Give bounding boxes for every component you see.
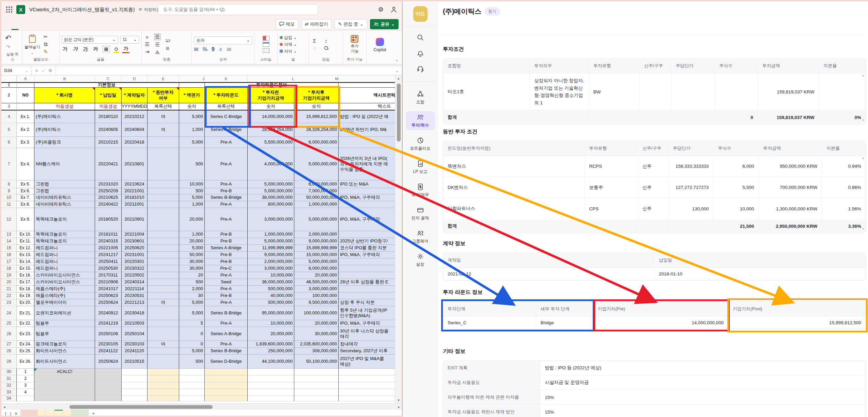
sidebar-item-lp-report[interactable]: LP 보고 — [406, 158, 435, 177]
cell[interactable]: 20230418 — [122, 306, 148, 320]
cell[interactable] — [148, 194, 179, 201]
table-row[interactable]: 투자금 사용용도 시설자금 및 운영자금 — [443, 375, 866, 390]
row-header[interactable]: 18 — [1, 265, 17, 272]
row-header[interactable]: 15 — [1, 245, 17, 252]
cell[interactable]: Ex 7. — [17, 194, 34, 201]
cell[interactable] — [148, 389, 179, 396]
table-row[interactable]: DK벤처스 보통주 신주 127,272.727273 5,500 700,00… — [443, 177, 866, 198]
cell[interactable]: 5 — [179, 320, 205, 327]
row-header[interactable]: 20 — [1, 279, 17, 286]
row-header[interactable]: 33 — [1, 389, 17, 396]
cell[interactable]: 1,000 — [179, 231, 205, 238]
cell[interactable]: 20230322 — [122, 265, 148, 272]
cell[interactable]: 5,000,000,000 — [294, 148, 339, 180]
cell[interactable] — [294, 382, 339, 389]
row-header[interactable]: 2 — [1, 88, 17, 103]
cell[interactable] — [294, 375, 339, 382]
row-header[interactable]: 5 — [1, 123, 17, 137]
sheet-tab[interactable] — [46, 410, 55, 416]
account-icon[interactable] — [390, 6, 397, 13]
cell[interactable] — [205, 389, 248, 396]
cell[interactable]: 20181011 — [95, 231, 122, 238]
column-header[interactable]: M — [294, 75, 339, 82]
cell[interactable]: 자동생성 — [95, 103, 122, 110]
cell[interactable] — [339, 293, 396, 299]
row-header[interactable]: 14 — [1, 238, 17, 245]
cell[interactable] — [95, 375, 122, 382]
editing-mode-button[interactable]: ✎편집 중⌄ — [335, 19, 367, 29]
table-row[interactable]: Series_C Bridge 14,000,000,000 15,999,81… — [443, 316, 866, 329]
row-header[interactable]: 6 — [1, 137, 17, 148]
decrease-decimal-icon[interactable]: .0 — [219, 47, 222, 51]
horizontal-scrollbar[interactable]: ◂ ▸ — [1, 403, 402, 410]
cell[interactable]: 20250411 — [95, 258, 122, 265]
cell[interactable]: 20,000,000 — [294, 272, 339, 279]
cell[interactable]: 그린랩 — [34, 180, 95, 188]
number-format-select[interactable]: 숫자⌄ — [194, 36, 252, 44]
cell[interactable]: Pre-A — [205, 180, 248, 188]
confirm-entry-icon[interactable]: ✓ — [42, 68, 45, 73]
cell[interactable]: 2025년 상반기 IPO청구/ — [339, 238, 396, 245]
cell[interactable]: Ex 4. — [17, 148, 34, 180]
cut-icon[interactable]: ✂ — [42, 34, 49, 40]
sheet-tab[interactable] — [37, 410, 46, 416]
cell[interactable]: 5,000 — [179, 306, 205, 320]
cell[interactable]: 자동생성 — [34, 103, 95, 110]
row-header[interactable]: 16 — [1, 252, 17, 258]
cell[interactable]: 15,000,000,000 — [294, 252, 339, 258]
cell[interactable]: 4 — [17, 389, 34, 396]
table-row[interactable]: 2021-02-12 2018-01-10 — [443, 268, 866, 280]
cell[interactable]: 20250104 — [122, 327, 148, 341]
cell[interactable]: 숫자 — [179, 103, 205, 110]
row-header[interactable]: 26 — [1, 327, 17, 341]
cell[interactable]: 5,000,000,000 — [294, 258, 339, 265]
cell[interactable]: 엑시트전략 — [339, 88, 396, 103]
cell[interactable]: 46,500,000,000 — [294, 279, 339, 286]
cell[interactable]: 네이비테라퓨틱스 — [34, 201, 95, 208]
cell[interactable] — [148, 320, 179, 327]
sort-filter-icon[interactable]: ↕ — [323, 38, 329, 44]
cell[interactable] — [294, 389, 339, 396]
cell[interactable]: Ex 20. — [17, 299, 34, 306]
cell[interactable] — [339, 369, 396, 375]
cell[interactable]: NN헬스케어 — [34, 148, 95, 180]
cell[interactable] — [17, 103, 34, 110]
cell[interactable]: 5,000,000,000 — [248, 238, 294, 245]
cell[interactable]: 20180110 — [95, 110, 122, 123]
column-header[interactable]: B — [34, 75, 95, 82]
cell[interactable]: 애플스메타(주) — [34, 293, 95, 299]
cell[interactable]: 5,000,000,000 — [294, 208, 339, 231]
support-headset-icon[interactable] — [417, 65, 424, 74]
cell[interactable]: 20170311 — [95, 272, 122, 279]
cell[interactable]: Pre-A — [205, 208, 248, 231]
cell[interactable] — [34, 396, 95, 401]
cell[interactable] — [205, 396, 248, 401]
cell[interactable]: 숫자 — [248, 103, 294, 110]
horizontal-scrollbar-thumb[interactable] — [69, 405, 213, 409]
row-header[interactable]: 8 — [1, 180, 17, 188]
cell[interactable]: (주)퍼플링크 — [34, 137, 95, 148]
cell[interactable] — [148, 137, 179, 148]
menu-item[interactable] — [73, 19, 80, 30]
cell[interactable]: 20250620 — [122, 245, 148, 252]
cell[interactable]: Pre-A — [205, 320, 248, 327]
cell[interactable]: 30 — [179, 293, 205, 299]
next-sheet-icon[interactable]: ⟩ — [10, 411, 12, 416]
table-scrollbar[interactable]: ▲▼ — [861, 74, 865, 122]
cell[interactable] — [179, 396, 205, 401]
cell[interactable]: Pre-B — [205, 293, 248, 299]
menu-item[interactable] — [25, 19, 32, 30]
cell[interactable]: 20250624 — [95, 299, 122, 306]
sheet-tab[interactable] — [63, 410, 72, 416]
cell[interactable] — [148, 396, 179, 401]
cell[interactable]: 여 — [148, 123, 179, 137]
formula-bar-expand-icon[interactable]: ⌄ — [392, 69, 402, 73]
cell[interactable]: Series B-Bridge — [205, 306, 248, 320]
cell[interactable]: Pre-B — [205, 238, 248, 245]
cell[interactable]: 2,000,000,000 — [248, 258, 294, 265]
cell[interactable] — [122, 375, 148, 382]
row-header[interactable]: 3 — [1, 103, 17, 110]
cell[interactable]: 레드컴퍼니 — [34, 245, 95, 252]
all-sheets-icon[interactable]: ≡ — [15, 411, 17, 416]
cell[interactable]: 5,000 — [179, 137, 205, 148]
